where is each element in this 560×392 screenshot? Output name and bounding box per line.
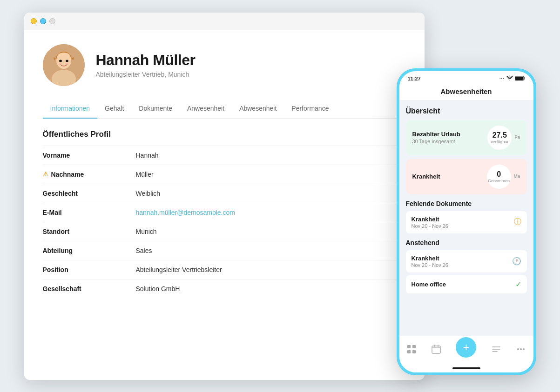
profile-name: Hannah Müller: [96, 52, 196, 69]
field-label-gesellschaft: Gesellschaft: [43, 285, 136, 292]
mobile-phone: 11:27 ···: [397, 68, 536, 375]
svg-rect-11: [412, 345, 416, 348]
field-value-gesellschaft: Solution GmbH: [136, 285, 180, 292]
table-row: Abteilung Sales: [43, 241, 406, 260]
svg-point-4: [59, 60, 62, 62]
fehlende-dokumente-section: Fehlende Dokumente Krankheit Nov 20 - No…: [406, 200, 527, 233]
window-titlebar: [24, 13, 425, 30]
krankheit-card-info: Krankheit: [412, 173, 440, 180]
profile-table: Vorname Hannah ⚠ Nachname Müller Geschle…: [43, 146, 406, 298]
fehlende-doc-item: Krankheit Nov 20 - Nov 26 ⓘ: [406, 211, 527, 233]
krankheit-number: 0 Genommen: [487, 165, 511, 189]
tab-performance[interactable]: Performance: [284, 99, 336, 119]
urlaub-card-info: Bezahlter Urlaub 30 Tage insgesamt: [412, 131, 460, 144]
anstehend-date: Nov 20 - Nov 26: [412, 262, 448, 268]
phone-bottom-nav: +: [399, 336, 533, 364]
svg-rect-10: [407, 345, 411, 348]
field-label-position: Position: [43, 266, 136, 273]
nav-calendar-icon[interactable]: [432, 345, 441, 354]
wifi-icon: [506, 76, 513, 81]
fehlende-doc-info: Krankheit Nov 20 - Nov 26: [412, 216, 448, 229]
phone-home-indicator: [399, 364, 533, 372]
field-value-email[interactable]: hannah.müller@demosample.com: [136, 209, 235, 216]
tab-informationen[interactable]: Informationen: [43, 99, 98, 119]
tab-abwesenheit[interactable]: Abwesenheit: [232, 99, 284, 119]
battery-icon: [515, 76, 525, 82]
fehlende-doc-date: Nov 20 - Nov 26: [412, 223, 448, 229]
profile-info: Hannah Müller Abteilungsleiter Vertrieb,…: [96, 52, 196, 78]
krankheit-label: Krankheit: [412, 173, 440, 180]
avatar: [43, 44, 85, 86]
phone-time: 11:27: [408, 76, 421, 81]
field-value-vorname: Hannah: [136, 152, 159, 159]
table-row: ⚠ Nachname Müller: [43, 165, 406, 184]
fehlende-warn-icon: ⓘ: [514, 217, 521, 227]
phone-status-bar: 11:27 ···: [399, 71, 533, 85]
window-close-button[interactable]: [31, 18, 37, 24]
anstehend-section: Anstehend Krankheit Nov 20 - Nov 26 🕐 Ho…: [406, 239, 527, 293]
anstehend-title: Anstehend: [406, 239, 527, 246]
home-office-info: Home office: [412, 281, 446, 288]
table-row: Geschlecht Weiblich: [43, 184, 406, 203]
svg-point-21: [517, 348, 519, 350]
svg-point-7: [65, 62, 69, 65]
field-value-abteilung: Sales: [136, 247, 152, 254]
partial-label-pa: Pa: [514, 135, 520, 140]
home-office-label: Home office: [412, 281, 446, 288]
home-office-item: Home office ✓: [406, 275, 527, 293]
urlaub-number: 27.5 verfügbar: [487, 126, 512, 150]
field-label-geschlecht: Geschlecht: [43, 190, 136, 197]
fehlende-doc-label: Krankheit: [412, 216, 448, 223]
phone-body: Übersicht Bezahlter Urlaub 30 Tage insge…: [399, 100, 533, 336]
tab-dokumente[interactable]: Dokumente: [131, 99, 180, 119]
nav-add-button[interactable]: +: [456, 337, 476, 358]
phone-header: Abwesenheiten: [399, 85, 533, 100]
field-value-nachname: Müller: [136, 171, 154, 178]
section-title: Öffentliches Profil: [43, 119, 406, 146]
field-label-email: E-Mail: [43, 209, 136, 216]
nav-list-icon[interactable]: [492, 345, 501, 354]
signal-dots: ···: [499, 76, 505, 81]
scene: Hannah Müller Abteilungsleiter Vertrieb,…: [24, 13, 536, 380]
krankheit-card: Krankheit 0 Genommen Ma: [406, 159, 527, 194]
table-row: Position Abteilungsleiter Vertriebsleite…: [43, 260, 406, 279]
nav-grid-icon[interactable]: [407, 345, 416, 354]
field-value-standort: Munich: [136, 228, 157, 235]
fehlende-dokumente-title: Fehlende Dokumente: [406, 200, 527, 207]
field-label-vorname: Vorname: [43, 152, 136, 159]
anstehend-info: Krankheit Nov 20 - Nov 26: [412, 255, 448, 268]
anstehend-warn-icon: 🕐: [512, 257, 521, 266]
urlaub-sub: 30 Tage insgesamt: [412, 139, 460, 144]
home-office-check-icon: ✓: [515, 280, 521, 289]
anstehend-item: Krankheit Nov 20 - Nov 26 🕐: [406, 250, 527, 272]
urlaub-card: Bezahlter Urlaub 30 Tage insgesamt 27.5 …: [406, 120, 527, 155]
field-label-abteilung: Abteilung: [43, 247, 136, 254]
field-value-geschlecht: Weiblich: [136, 190, 161, 197]
svg-rect-9: [515, 77, 523, 80]
phone-title: Abwesenheiten: [440, 87, 492, 95]
profile-header: Hannah Müller Abteilungsleiter Vertrieb,…: [43, 44, 406, 86]
table-row: Standort Munich: [43, 222, 406, 241]
warning-icon: ⚠: [43, 171, 48, 178]
svg-rect-12: [407, 350, 411, 353]
window-content: Hannah Müller Abteilungsleiter Vertrieb,…: [24, 30, 425, 380]
window-minimize-button[interactable]: [40, 18, 46, 24]
table-row: E-Mail hannah.müller@demosample.com: [43, 203, 406, 222]
urlaub-label: Bezahlter Urlaub: [412, 131, 460, 138]
phone-inner: 11:27 ···: [399, 71, 533, 372]
field-label-standort: Standort: [43, 228, 136, 235]
svg-point-6: [59, 62, 62, 65]
svg-point-5: [66, 60, 68, 62]
nav-more-icon[interactable]: [516, 345, 526, 354]
svg-rect-13: [412, 350, 416, 353]
svg-point-23: [523, 348, 525, 350]
window-maximize-button[interactable]: [49, 18, 55, 24]
profile-subtitle: Abteilungsleiter Vertrieb, Munich: [96, 71, 196, 78]
svg-rect-14: [432, 346, 440, 353]
tab-gehalt[interactable]: Gehalt: [97, 99, 131, 119]
table-row: Gesellschaft Solution GmbH: [43, 279, 406, 298]
status-right: ···: [499, 76, 525, 82]
field-value-position: Abteilungsleiter Vertriebsleiter: [136, 266, 222, 273]
tab-anwesenheit[interactable]: Anwesenheit: [180, 99, 232, 119]
tabs-container: Informationen Gehalt Dokumente Anwesenhe…: [43, 99, 406, 119]
